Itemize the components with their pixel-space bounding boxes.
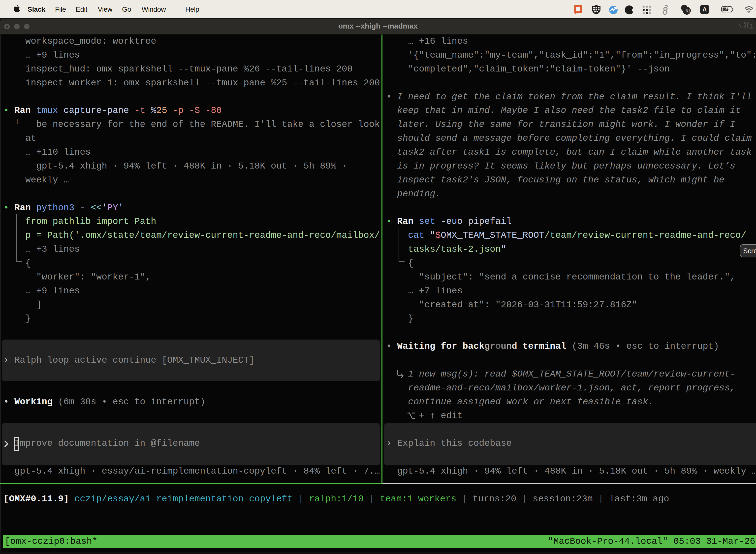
svg-text:..61: ..61 xyxy=(683,9,690,13)
